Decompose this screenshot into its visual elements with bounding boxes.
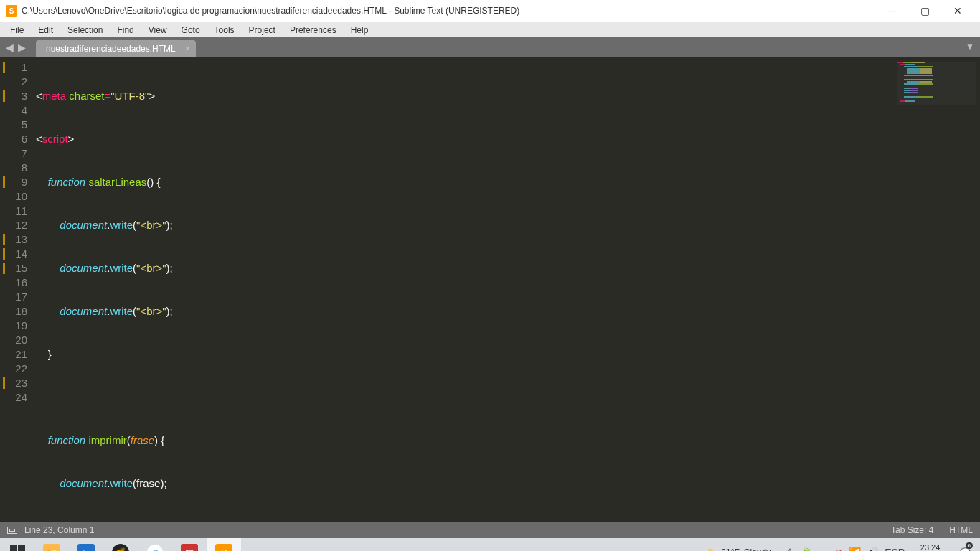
- menu-view[interactable]: View: [141, 24, 174, 37]
- tray-chevron-up-icon[interactable]: ＾: [785, 546, 795, 551]
- tray-security-icon[interactable]: ⊘: [834, 547, 843, 551]
- menu-project[interactable]: Project: [242, 24, 283, 37]
- file-tab-label: nuestradiferenciadeedades.HTML: [46, 44, 176, 54]
- taskbar-sublime[interactable]: S: [207, 538, 241, 551]
- minimize-button[interactable]: ─: [875, 0, 908, 22]
- line-number: 2: [0, 75, 36, 89]
- taskbar-weather[interactable]: ⛅ 61°F Cloudy: [706, 547, 771, 551]
- file-tab[interactable]: nuestradiferenciadeedades.HTML ×: [36, 40, 196, 57]
- windows-logo-icon: [10, 545, 25, 552]
- taskbar-clock[interactable]: 23:24 5/8/2022: [910, 543, 950, 551]
- menubar: File Edit Selection Find View Goto Tools…: [0, 22, 980, 37]
- folder-icon: 📁: [43, 544, 60, 551]
- menu-help[interactable]: Help: [344, 24, 376, 37]
- app-icon-red: ▦: [181, 544, 198, 551]
- taskbar-chrome[interactable]: ◉: [138, 538, 172, 551]
- line-number: 16: [0, 276, 36, 290]
- weather-icon: ⛅: [706, 547, 717, 551]
- weather-text: Cloudy: [744, 547, 771, 551]
- tray-battery-icon[interactable]: 🔋: [801, 547, 813, 551]
- line-number: 5: [0, 118, 36, 132]
- notification-center-button[interactable]: 💬 6: [956, 538, 974, 551]
- line-number: 17: [0, 290, 36, 304]
- menu-selection[interactable]: Selection: [60, 24, 110, 37]
- tray-language[interactable]: ESP: [885, 547, 905, 551]
- line-number: 20: [0, 333, 36, 347]
- app-icon: S: [6, 5, 17, 17]
- windows-taskbar: 📁 🛍 🍊 ◉ ▦ S ⛅ 61°F Cloudy ＾ 🔋 ☁ ⊘ 📶 🔊 ES…: [0, 538, 980, 551]
- line-number: 10: [0, 189, 36, 204]
- menu-tools[interactable]: Tools: [207, 24, 242, 37]
- tab-nav-back-icon[interactable]: ◀: [6, 42, 14, 53]
- line-number: 24: [0, 390, 36, 405]
- line-number: 14: [0, 247, 36, 261]
- line-number: 13: [0, 232, 36, 247]
- status-syntax[interactable]: HTML: [949, 525, 973, 535]
- taskbar-time: 23:24: [915, 543, 946, 551]
- line-number: 18: [0, 304, 36, 319]
- menu-find[interactable]: Find: [110, 24, 141, 37]
- line-number: 21: [0, 347, 36, 362]
- tray-onedrive-icon[interactable]: ☁: [819, 547, 829, 551]
- line-number: 11: [0, 204, 36, 218]
- flstudio-icon: 🍊: [112, 544, 129, 551]
- window-title: C:\Users\Lenovo\OneDrive\Escritorio\logi…: [22, 6, 875, 16]
- line-number-gutter: 123456789101112131415161718192021222324: [0, 57, 36, 522]
- line-number: 1: [0, 60, 36, 75]
- tabbar: ◀ ▶ nuestradiferenciadeedades.HTML × ▼: [0, 37, 980, 57]
- status-position[interactable]: Line 23, Column 1: [24, 525, 875, 535]
- line-number: 6: [0, 132, 36, 146]
- tray-wifi-icon[interactable]: 📶: [849, 547, 861, 551]
- code-area[interactable]: <meta charset="UTF-8"> <script> function…: [36, 57, 980, 522]
- menu-preferences[interactable]: Preferences: [283, 24, 344, 37]
- menu-edit[interactable]: Edit: [31, 24, 60, 37]
- taskbar-explorer[interactable]: 📁: [34, 538, 69, 551]
- tray-volume-icon[interactable]: 🔊: [867, 547, 879, 551]
- start-button[interactable]: [0, 538, 34, 551]
- line-number: 7: [0, 146, 36, 161]
- minimap[interactable]: [897, 62, 976, 105]
- notification-badge: 6: [966, 542, 973, 549]
- taskbar-app-orange[interactable]: 🍊: [103, 538, 138, 551]
- line-number: 8: [0, 161, 36, 175]
- store-icon: 🛍: [77, 544, 95, 551]
- tab-nav-forward-icon[interactable]: ▶: [18, 42, 26, 53]
- panel-switcher-icon[interactable]: [7, 527, 17, 534]
- taskbar-store[interactable]: 🛍: [69, 538, 103, 551]
- line-number: 3: [0, 89, 36, 103]
- line-number: 22: [0, 362, 36, 376]
- window-titlebar: S C:\Users\Lenovo\OneDrive\Escritorio\lo…: [0, 0, 980, 22]
- menu-goto[interactable]: Goto: [174, 24, 207, 37]
- code-editor[interactable]: 123456789101112131415161718192021222324 …: [0, 57, 980, 522]
- status-tabsize[interactable]: Tab Size: 4: [891, 525, 933, 535]
- line-number: 9: [0, 175, 36, 189]
- chrome-icon: ◉: [146, 544, 164, 551]
- line-number: 12: [0, 218, 36, 232]
- line-number: 23: [0, 376, 36, 390]
- close-button[interactable]: ✕: [941, 0, 974, 22]
- taskbar-app-red[interactable]: ▦: [172, 538, 207, 551]
- menu-file[interactable]: File: [3, 24, 31, 37]
- tab-dropdown-icon[interactable]: ▼: [966, 42, 974, 52]
- tab-close-icon[interactable]: ×: [185, 44, 190, 54]
- weather-temp: 61°F: [721, 547, 739, 551]
- maximize-button[interactable]: ▢: [908, 0, 941, 22]
- line-number: 4: [0, 103, 36, 118]
- line-number: 19: [0, 319, 36, 333]
- sublime-icon: S: [215, 544, 232, 551]
- line-number: 15: [0, 261, 36, 276]
- statusbar: Line 23, Column 1 Tab Size: 4 HTML: [0, 522, 980, 538]
